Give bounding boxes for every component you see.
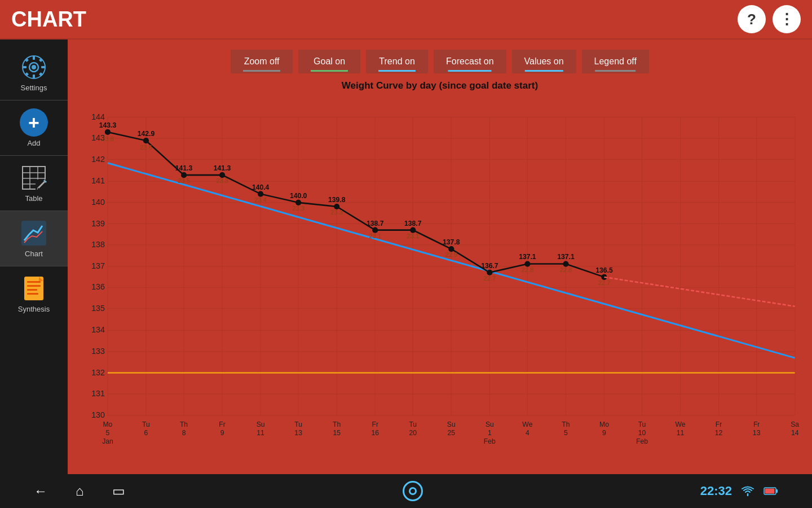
svg-text:11: 11 (257, 429, 264, 437)
svg-text:23.5: 23.5 (178, 177, 190, 184)
page-title: CHART (11, 7, 86, 32)
sidebar-item-add[interactable]: + Add (0, 100, 68, 155)
svg-text:143.3: 143.3 (99, 121, 117, 129)
svg-text:137.1: 137.1 (519, 253, 536, 261)
svg-text:140.0: 140.0 (290, 192, 307, 200)
sidebar-synthesis-label: Synthesis (18, 305, 50, 313)
svg-text:140.4: 140.4 (252, 183, 270, 191)
svg-text:137.1: 137.1 (557, 253, 575, 261)
svg-text:Feb: Feb (636, 437, 648, 445)
svg-text:Tu: Tu (409, 421, 417, 428)
time-display: 22:32 (700, 484, 732, 498)
svg-text:138.7: 138.7 (367, 220, 384, 227)
svg-text:130: 130 (91, 410, 105, 419)
svg-text:135: 135 (91, 304, 105, 313)
svg-rect-23 (27, 281, 41, 283)
main-area: Settings + Add (0, 40, 812, 474)
svg-text:We: We (676, 421, 686, 428)
svg-text:144: 144 (91, 112, 105, 121)
svg-text:16: 16 (371, 429, 379, 437)
svg-text:13: 13 (753, 429, 761, 437)
svg-text:22.7: 22.7 (598, 279, 611, 286)
svg-rect-26 (27, 293, 38, 295)
svg-text:132: 132 (91, 368, 105, 377)
svg-text:Feb: Feb (484, 437, 496, 445)
svg-text:140: 140 (91, 198, 105, 207)
svg-text:142.9: 142.9 (138, 130, 155, 138)
weight-chart: 130 131 132 133 134 135 136 137 138 139 … (73, 93, 806, 468)
bottom-nav: ← ⌂ ▭ (34, 483, 125, 499)
svg-text:We: We (522, 421, 532, 428)
svg-rect-9 (25, 72, 29, 76)
sidebar-settings-label: Settings (21, 84, 47, 92)
svg-text:Mo: Mo (599, 421, 609, 428)
chart-icon (20, 219, 48, 247)
menu-button[interactable]: ⋮ (773, 5, 801, 33)
svg-text:136: 136 (91, 282, 105, 291)
sidebar-add-label: Add (27, 139, 40, 147)
svg-rect-8 (39, 58, 43, 62)
svg-rect-24 (27, 285, 41, 287)
svg-text:22.7: 22.7 (484, 275, 496, 282)
sidebar-item-settings[interactable]: Settings (0, 45, 68, 100)
svg-text:5: 5 (564, 429, 568, 437)
svg-text:Su: Su (447, 421, 456, 428)
add-icon: + (20, 108, 48, 137)
zoom-toggle[interactable]: Zoom off (231, 50, 293, 73)
home-button[interactable]: ⌂ (76, 483, 84, 499)
svg-text:136.7: 136.7 (481, 262, 498, 270)
svg-text:22.8: 22.8 (522, 266, 534, 273)
svg-text:137: 137 (91, 261, 105, 270)
sidebar-item-chart[interactable]: Chart (0, 211, 68, 266)
svg-text:131: 131 (91, 389, 105, 398)
center-area (125, 481, 700, 501)
sidebar-item-table[interactable]: Table (0, 156, 68, 211)
sidebar-item-synthesis[interactable]: Synthesis (0, 266, 68, 321)
toggle-bar: Zoom off Goal on Trend on Forecast on Va… (68, 40, 812, 78)
svg-text:23.1: 23.1 (407, 233, 419, 239)
svg-text:15: 15 (333, 429, 341, 437)
svg-text:4: 4 (526, 429, 529, 437)
wifi-icon (741, 486, 754, 496)
svg-text:Mo: Mo (103, 421, 112, 428)
header: CHART ? ⋮ (0, 0, 812, 40)
table-icon (20, 164, 48, 192)
sidebar: Settings + Add (0, 40, 68, 474)
svg-text:Tu: Tu (294, 421, 302, 428)
svg-rect-7 (25, 58, 29, 62)
bottom-bar: ← ⌂ ▭ 22:32 (0, 474, 812, 508)
svg-text:23.6: 23.6 (140, 144, 152, 151)
legend-toggle[interactable]: Legend off (582, 50, 649, 73)
svg-text:141: 141 (91, 176, 105, 185)
svg-text:136.5: 136.5 (595, 266, 613, 274)
chart-area: 130 131 132 133 134 135 136 137 138 139 … (68, 93, 812, 474)
svg-text:Tu: Tu (142, 421, 150, 428)
android-home-inner (409, 487, 417, 495)
forecast-toggle[interactable]: Forecast on (434, 50, 506, 73)
svg-text:Fr: Fr (753, 421, 760, 428)
synthesis-icon (20, 274, 48, 303)
trend-toggle[interactable]: Trend on (366, 50, 428, 73)
svg-text:138: 138 (91, 240, 105, 249)
svg-text:141.3: 141.3 (214, 164, 231, 172)
values-toggle[interactable]: Values on (512, 50, 576, 73)
goal-toggle[interactable]: Goal on (298, 50, 360, 73)
svg-rect-3 (33, 56, 35, 60)
svg-text:Fr: Fr (219, 421, 226, 428)
svg-text:13: 13 (294, 429, 302, 437)
svg-point-119 (105, 129, 111, 135)
android-home-button[interactable] (403, 481, 423, 501)
svg-text:138.7: 138.7 (404, 220, 422, 227)
recents-button[interactable]: ▭ (112, 483, 125, 499)
svg-text:133: 133 (91, 347, 105, 356)
svg-rect-28 (73, 106, 806, 456)
svg-text:22.8: 22.8 (560, 266, 572, 273)
app-container: CHART ? ⋮ (0, 0, 812, 508)
svg-text:20: 20 (409, 429, 417, 437)
settings-icon (20, 53, 48, 81)
svg-text:Th: Th (180, 421, 188, 428)
help-button[interactable]: ? (738, 5, 766, 33)
svg-text:9: 9 (602, 429, 606, 437)
svg-text:Jan: Jan (102, 437, 113, 445)
back-button[interactable]: ← (34, 483, 47, 499)
